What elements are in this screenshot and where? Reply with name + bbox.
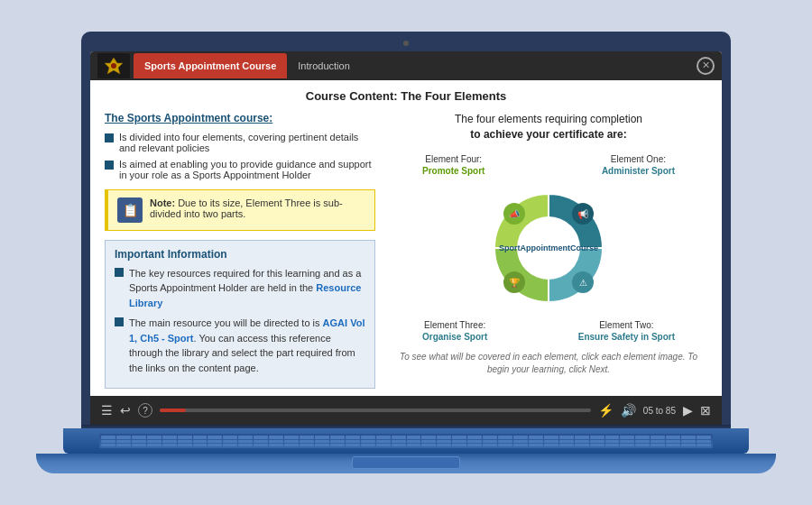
pie-center-text: Sport Appointment Course <box>517 216 580 280</box>
keyboard-key <box>498 444 512 446</box>
inactive-tab[interactable]: Introduction <box>287 53 360 78</box>
section-heading: The Sports Appointment course: <box>105 112 375 124</box>
keyboard-key <box>315 440 329 443</box>
progress-fill <box>160 409 186 412</box>
course-title: Course Content: The Four Elements <box>105 89 707 103</box>
keyboard-key <box>651 436 665 438</box>
keyboard-key <box>269 444 283 446</box>
keyboard-key <box>421 444 436 446</box>
touchpad[interactable] <box>352 456 460 469</box>
bullet-icon-1 <box>105 133 114 142</box>
keyboard-key <box>162 436 177 438</box>
end-button[interactable]: ⊠ <box>700 403 711 418</box>
keyboard-key <box>437 440 451 443</box>
keyboard-key <box>284 436 299 438</box>
keyboard-key <box>346 436 360 438</box>
inactive-tab-label: Introduction <box>298 60 349 71</box>
keyboard-key <box>116 436 131 438</box>
keyboard-key <box>513 440 528 443</box>
keyboard-key <box>101 444 115 446</box>
keyboard-key <box>605 444 620 446</box>
keyboard-key <box>635 444 650 446</box>
keyboard-key <box>361 440 375 443</box>
keyboard-key <box>361 444 375 446</box>
laptop-bottom <box>36 454 776 473</box>
keyboard-key <box>254 444 268 446</box>
keyboard-key <box>392 444 406 446</box>
keyboard-key <box>498 436 512 438</box>
keyboard-key <box>421 440 436 443</box>
diagram-caption: To see what will be covered in each elem… <box>390 351 707 376</box>
keyboard-key <box>315 436 329 438</box>
keyboard-key <box>254 436 268 438</box>
keyboard-key <box>513 444 528 446</box>
keyboard-key <box>193 444 208 446</box>
keyboard-key <box>437 436 451 438</box>
svg-point-2 <box>111 63 116 69</box>
camera-dot <box>403 41 409 46</box>
keyboard-key <box>132 436 146 438</box>
note-text: Note: Due to its size, Element Three is … <box>150 197 365 219</box>
back-button[interactable]: ↩ <box>120 403 131 418</box>
keyboard-key <box>193 436 208 438</box>
keyboard-key <box>575 440 589 443</box>
keyboard-key <box>529 440 543 443</box>
keyboard-key <box>452 444 466 446</box>
keyboard-key <box>575 436 589 438</box>
keyboard-key <box>651 440 665 443</box>
keyboard-key <box>101 440 115 443</box>
keyboard-key <box>666 444 680 446</box>
screen-inner: Sports Appointment Course Introduction ✕… <box>90 51 722 426</box>
keyboard-key <box>529 436 543 438</box>
important-bullet-icon-1 <box>115 268 124 277</box>
keyboard-key <box>697 440 711 443</box>
keyboard-key <box>483 436 497 438</box>
keyboard-key <box>346 444 360 446</box>
keyboard-key <box>605 436 620 438</box>
keyboard-key <box>376 440 391 443</box>
help-button[interactable]: ? <box>138 403 152 418</box>
keyboard-key <box>300 440 314 443</box>
keyboard-key <box>361 436 375 438</box>
keyboard-key <box>392 436 406 438</box>
keyboard-area <box>99 434 713 448</box>
keyboard-key <box>284 440 299 443</box>
keyboard-key <box>254 440 268 443</box>
keyboard-key <box>529 444 543 446</box>
svg-text:🏆: 🏆 <box>509 277 521 289</box>
keyboard-key <box>467 444 482 446</box>
right-column: The four elements requiring completion t… <box>390 112 707 390</box>
keyboard-key <box>575 444 589 446</box>
keyboard-key <box>590 440 604 443</box>
keyboard-key <box>147 444 161 446</box>
keyboard-key <box>681 444 696 446</box>
keyboard-key <box>376 436 391 438</box>
volume-button[interactable]: 🔊 <box>621 403 636 418</box>
keyboard-key <box>132 440 146 443</box>
keyboard-key <box>407 444 421 446</box>
keyboard-key <box>116 440 131 443</box>
keyboard-key <box>666 436 680 438</box>
bullet-icon-2 <box>105 161 114 170</box>
menu-button[interactable]: ☰ <box>101 403 113 418</box>
lightning-button[interactable]: ⚡ <box>598 403 614 418</box>
content-area: Course Content: The Four Elements The Sp… <box>90 80 722 397</box>
play-button[interactable]: ▶ <box>683 403 693 418</box>
keyboard-key <box>590 436 604 438</box>
important-bullet-2: The main resource you will be directed t… <box>115 316 365 375</box>
active-tab[interactable]: Sports Appointment Course <box>134 53 287 78</box>
laptop-base <box>63 428 749 454</box>
important-box: Important Information The key resources … <box>105 240 375 390</box>
keyboard-key <box>697 436 711 438</box>
important-heading: Important Information <box>115 248 365 261</box>
keyboard-key <box>238 444 253 446</box>
keyboard-key <box>300 436 314 438</box>
keyboard-key <box>223 440 237 443</box>
keyboard-key <box>635 436 650 438</box>
close-button[interactable]: ✕ <box>697 57 715 75</box>
keyboard-key <box>147 440 161 443</box>
active-tab-label: Sports Appointment Course <box>144 60 276 71</box>
keyboard-key <box>178 444 192 446</box>
keyboard-key <box>376 444 391 446</box>
keyboard-key <box>620 440 634 443</box>
